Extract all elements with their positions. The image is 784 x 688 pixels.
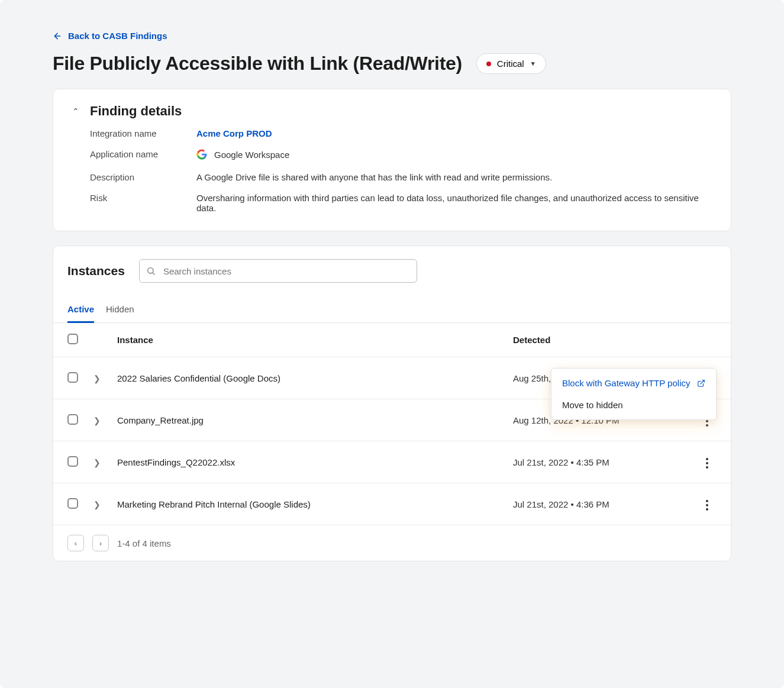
chevron-right-icon[interactable]: ❯: [93, 416, 101, 425]
column-header-detected[interactable]: Detected: [506, 323, 695, 357]
prev-page-button[interactable]: ‹: [67, 535, 84, 551]
table-row: ❯ PentestFindings_Q22022.xlsx Jul 21st, …: [53, 441, 731, 483]
search-icon: [146, 266, 156, 276]
instances-tabs: Active Hidden: [53, 288, 731, 323]
hide-action-label: Move to hidden: [562, 400, 623, 410]
chevron-down-icon: ▼: [530, 60, 536, 67]
table-row: ❯ Marketing Rebrand Pitch Internal (Goog…: [53, 483, 731, 525]
severity-dot-icon: [486, 62, 491, 66]
arrow-left-icon: [53, 31, 62, 41]
row-checkbox[interactable]: [67, 456, 78, 467]
severity-label: Critical: [497, 59, 524, 69]
tab-active[interactable]: Active: [67, 298, 94, 323]
row-checkbox[interactable]: [67, 414, 78, 425]
move-to-hidden-action[interactable]: Move to hidden: [551, 394, 716, 416]
back-link-label: Back to CASB Findings: [68, 31, 167, 41]
risk-label: Risk: [90, 193, 196, 213]
block-action-label: Block with Gateway HTTP policy: [562, 378, 690, 388]
severity-dropdown[interactable]: Critical ▼: [476, 53, 546, 74]
instances-title: Instances: [67, 264, 125, 278]
integration-name-label: Integration name: [90, 128, 196, 138]
chevron-left-icon: ‹: [75, 539, 77, 548]
search-input[interactable]: [139, 259, 417, 283]
back-link[interactable]: Back to CASB Findings: [27, 17, 193, 48]
application-name-value: Google Workspace: [214, 150, 289, 160]
row-actions-popover: Block with Gateway HTTP policy Move to h…: [551, 368, 717, 420]
instance-name: 2022 Salaries Confidential (Google Docs): [110, 357, 506, 399]
row-actions-menu[interactable]: [702, 454, 712, 472]
external-link-icon: [697, 379, 705, 387]
google-logo-icon: [196, 149, 207, 160]
finding-details-title: Finding details: [90, 104, 182, 119]
instances-card: Instances Active Hidden Instance Detecte…: [53, 246, 731, 561]
svg-line-2: [153, 273, 154, 274]
row-checkbox[interactable]: [67, 498, 78, 509]
pagination-status: 1-4 of 4 items: [117, 538, 171, 548]
chevron-right-icon[interactable]: ❯: [93, 374, 101, 383]
chevron-right-icon[interactable]: ❯: [93, 458, 101, 467]
svg-point-1: [148, 268, 153, 273]
select-all-checkbox[interactable]: [67, 334, 78, 344]
next-page-button[interactable]: ›: [92, 535, 109, 551]
detected-time: Jul 21st, 2022 • 4:35 PM: [506, 441, 695, 483]
tab-hidden[interactable]: Hidden: [106, 298, 134, 323]
instances-table: Instance Detected ❯ 2022 Salaries Confid…: [53, 323, 731, 525]
chevron-up-icon[interactable]: ⌃: [71, 106, 80, 116]
page-title: File Publicly Accessible with Link (Read…: [53, 53, 462, 75]
description-value: A Google Drive file is shared with anyon…: [196, 172, 713, 182]
row-actions-menu[interactable]: [702, 496, 712, 514]
chevron-right-icon: ›: [99, 539, 102, 548]
svg-line-3: [701, 380, 704, 383]
pagination: ‹ › 1-4 of 4 items: [53, 525, 731, 561]
description-label: Description: [90, 172, 196, 182]
instance-name: Company_Retreat.jpg: [110, 399, 506, 441]
row-checkbox[interactable]: [67, 372, 78, 383]
chevron-right-icon[interactable]: ❯: [93, 500, 101, 509]
risk-value: Oversharing information with third parti…: [196, 193, 713, 213]
detected-time: Jul 21st, 2022 • 4:36 PM: [506, 483, 695, 525]
instance-name: PentestFindings_Q22022.xlsx: [110, 441, 506, 483]
finding-details-card: ⌃ Finding details Integration name Acme …: [53, 89, 731, 231]
instance-name: Marketing Rebrand Pitch Internal (Google…: [110, 483, 506, 525]
application-name-label: Application name: [90, 149, 196, 161]
block-with-gateway-action[interactable]: Block with Gateway HTTP policy: [551, 372, 716, 394]
integration-name-value[interactable]: Acme Corp PROD: [196, 128, 713, 138]
column-header-instance[interactable]: Instance: [110, 323, 506, 357]
